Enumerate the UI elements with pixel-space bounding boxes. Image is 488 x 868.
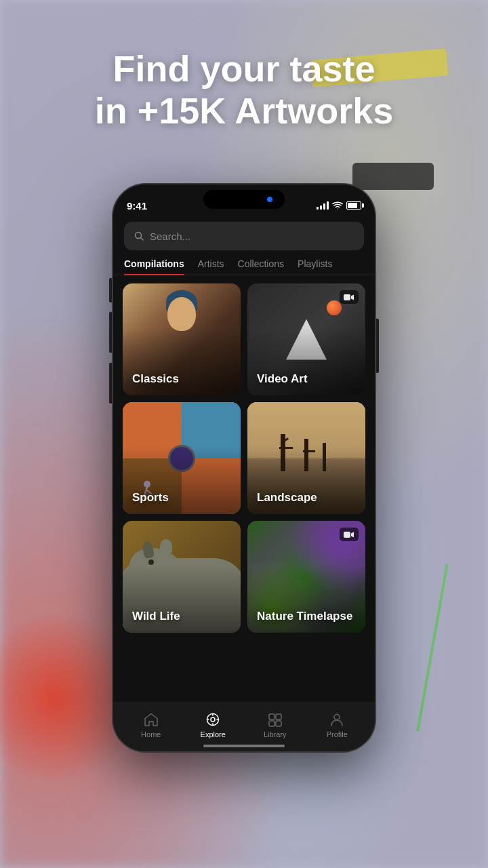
signal-bar-4: [327, 201, 329, 210]
svg-rect-8: [269, 721, 274, 726]
card-landscape-label: Landscape: [257, 491, 317, 505]
svg-point-10: [334, 714, 340, 719]
card-videoart-label: Video Art: [257, 372, 308, 386]
nav-library-label: Library: [264, 730, 287, 738]
nav-explore[interactable]: Explore: [192, 711, 233, 738]
battery-tip: [362, 203, 364, 208]
card-nature-label: Nature Timelapse: [257, 610, 352, 623]
explore-icon: [205, 711, 221, 728]
card-videoart[interactable]: Video Art: [247, 283, 365, 395]
nav-home[interactable]: Home: [131, 711, 171, 738]
svg-rect-7: [276, 714, 281, 719]
svg-rect-6: [269, 714, 274, 719]
phone-power-button: [376, 319, 379, 373]
nav-library[interactable]: Library: [255, 711, 296, 738]
signal-icon: [317, 201, 329, 210]
search-bar[interactable]: Search...: [124, 222, 364, 250]
status-icons: [317, 201, 361, 210]
card-sports[interactable]: Sports: [123, 402, 241, 514]
profile-icon: [329, 711, 345, 728]
home-icon: [143, 711, 159, 728]
nav-home-label: Home: [141, 730, 161, 738]
wifi-icon: [332, 201, 343, 210]
battery-fill: [348, 203, 357, 208]
status-bar: 9:41: [113, 184, 375, 218]
compilations-grid: Classics Video Art: [113, 275, 375, 703]
tab-artists[interactable]: Artists: [198, 258, 224, 275]
hero-line1: Find your taste: [113, 48, 375, 89]
tab-compilations[interactable]: Compilations: [124, 258, 184, 275]
library-icon: [267, 711, 283, 728]
card-landscape[interactable]: Landscape: [247, 402, 365, 514]
signal-bar-3: [323, 203, 325, 210]
battery-icon: [346, 201, 361, 210]
status-time: 9:41: [127, 200, 147, 212]
card-sports-label: Sports: [132, 491, 169, 505]
tab-playlists[interactable]: Playlists: [298, 258, 332, 275]
tabs-row: Compilations Artists Collections Playlis…: [113, 256, 375, 275]
hero-line2: in +15K Artworks: [95, 90, 394, 131]
phone-screen: 9:41: [113, 184, 375, 751]
home-indicator: [203, 745, 285, 747]
nav-profile[interactable]: Profile: [317, 711, 357, 738]
svg-rect-9: [276, 721, 281, 726]
search-placeholder: Search...: [150, 231, 190, 242]
phone-mockup: 9:41: [112, 183, 376, 753]
nav-profile-label: Profile: [327, 730, 348, 738]
card-classics[interactable]: Classics: [123, 283, 241, 395]
nav-explore-label: Explore: [201, 730, 226, 738]
card-wildlife[interactable]: Wild Life: [123, 521, 241, 633]
signal-bar-1: [317, 207, 319, 210]
bg-decoration-red: [0, 597, 122, 800]
tab-collections[interactable]: Collections: [238, 258, 284, 275]
signal-bar-2: [320, 205, 322, 210]
card-classics-label: Classics: [132, 372, 179, 386]
search-icon: [134, 231, 144, 241]
hero-section: Find your taste in +15K Artworks: [0, 47, 488, 132]
hero-title: Find your taste in +15K Artworks: [0, 47, 488, 132]
camera-dot: [267, 197, 272, 202]
card-wildlife-label: Wild Life: [132, 610, 180, 623]
card-nature-timelapse[interactable]: Nature Timelapse: [247, 521, 365, 633]
svg-point-5: [211, 717, 215, 722]
dynamic-island: [203, 190, 285, 209]
phone-frame: 9:41: [112, 183, 376, 753]
